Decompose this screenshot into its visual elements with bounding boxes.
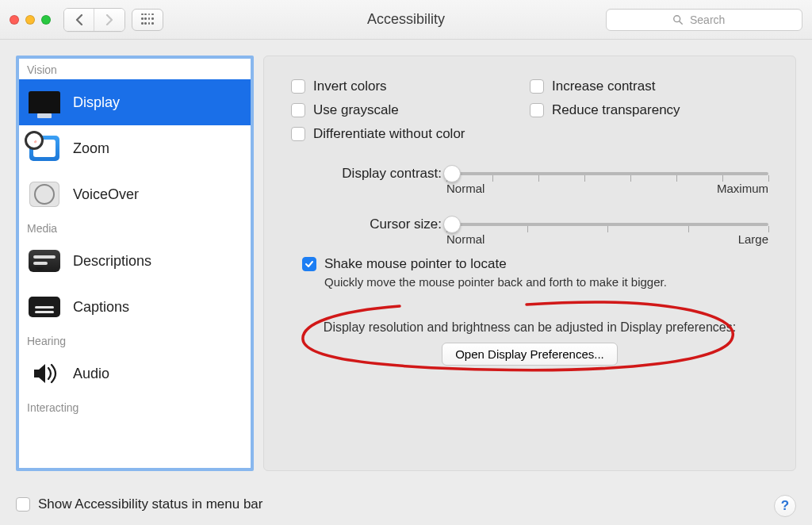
show-status-menubar-checkbox[interactable] <box>16 497 30 512</box>
cursor-min-label: Normal <box>446 232 485 246</box>
contrast-min-label: Normal <box>446 182 485 195</box>
grid-icon <box>141 13 154 26</box>
search-input[interactable] <box>688 13 736 27</box>
display-settings-pane: Invert colors Use grayscale Differentiat… <box>263 56 796 471</box>
shake-to-locate-label: Shake mouse pointer to locate <box>324 256 507 272</box>
sidebar-group-vision: Vision <box>19 59 251 79</box>
differentiate-without-color-label: Differentiate without color <box>313 126 465 142</box>
show-status-menubar-label: Show Accessibility status in menu bar <box>38 496 262 512</box>
invert-colors-label: Invert colors <box>313 79 387 94</box>
display-contrast-slider[interactable]: Normal Maximum <box>446 164 768 191</box>
sidebar-item-display[interactable]: Display <box>19 79 251 125</box>
sidebar-item-audio[interactable]: Audio <box>19 351 251 397</box>
sidebar-item-label: Audio <box>73 366 109 382</box>
use-grayscale-label: Use grayscale <box>313 102 399 118</box>
zoom-window-button[interactable] <box>41 15 51 25</box>
sidebar-item-zoom[interactable]: Zoom <box>19 125 251 171</box>
open-display-preferences-button[interactable]: Open Display Preferences... <box>442 343 618 366</box>
contrast-max-label: Maximum <box>717 182 768 195</box>
increase-contrast-label: Increase contrast <box>552 79 655 94</box>
cursor-size-slider[interactable]: Normal Large <box>446 215 768 242</box>
reduce-transparency-checkbox[interactable] <box>530 103 544 117</box>
sidebar-item-label: Zoom <box>73 140 109 157</box>
zoom-icon <box>27 132 62 164</box>
captions-icon <box>27 291 62 323</box>
slider-thumb[interactable] <box>443 165 461 182</box>
descriptions-icon <box>27 245 62 277</box>
sidebar-item-captions[interactable]: Captions <box>19 284 251 330</box>
window-titlebar: Accessibility <box>0 0 812 40</box>
show-all-button[interactable] <box>132 9 163 31</box>
use-grayscale-checkbox[interactable] <box>291 103 305 117</box>
voiceover-icon <box>27 178 62 210</box>
differentiate-without-color-checkbox[interactable] <box>291 127 305 141</box>
sidebar-item-descriptions[interactable]: Descriptions <box>19 238 251 284</box>
sidebar-group-hearing: Hearing <box>19 330 251 351</box>
reduce-transparency-label: Reduce transparency <box>552 102 680 118</box>
category-sidebar[interactable]: Vision Display Zoom VoiceOver Media Desc… <box>16 56 254 471</box>
sidebar-item-label: Descriptions <box>73 253 151 270</box>
cursor-max-label: Large <box>738 232 768 246</box>
cursor-size-label: Cursor size: <box>291 215 442 232</box>
display-contrast-label: Display contrast: <box>291 164 442 182</box>
sidebar-group-interacting: Interacting <box>19 397 251 417</box>
forward-button[interactable] <box>94 9 124 31</box>
window-controls <box>10 15 51 25</box>
search-field[interactable] <box>606 9 802 31</box>
sidebar-group-media: Media <box>19 217 251 238</box>
svg-line-1 <box>680 21 682 23</box>
back-button[interactable] <box>64 9 94 31</box>
display-prefs-note: Display resolution and brightness can be… <box>291 320 768 335</box>
sidebar-item-voiceover[interactable]: VoiceOver <box>19 171 251 217</box>
shake-to-locate-checkbox[interactable] <box>302 257 316 271</box>
sidebar-item-label: Captions <box>73 299 129 316</box>
increase-contrast-checkbox[interactable] <box>530 79 544 94</box>
sidebar-item-label: VoiceOver <box>73 186 139 203</box>
search-icon <box>672 14 684 25</box>
invert-colors-checkbox[interactable] <box>291 79 305 94</box>
nav-back-forward-group <box>63 8 125 32</box>
close-window-button[interactable] <box>10 15 19 25</box>
help-button[interactable]: ? <box>774 495 796 517</box>
sidebar-item-label: Display <box>73 94 120 111</box>
audio-icon <box>27 358 62 389</box>
minimize-window-button[interactable] <box>25 15 35 25</box>
shake-to-locate-description: Quickly move the mouse pointer back and … <box>324 275 768 289</box>
slider-thumb[interactable] <box>443 216 461 233</box>
display-icon <box>27 86 62 118</box>
